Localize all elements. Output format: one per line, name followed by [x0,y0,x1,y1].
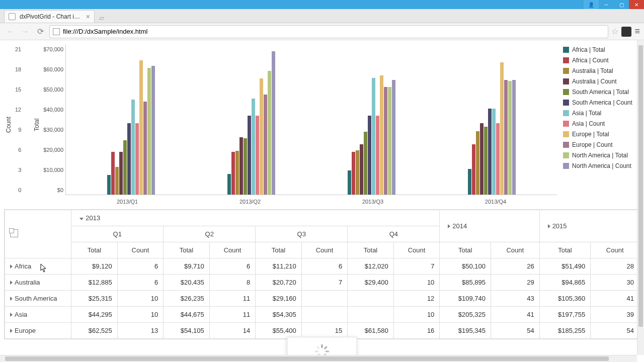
data-cell[interactable]: 39 [591,307,639,323]
data-cell[interactable]: 6 [117,275,164,291]
bar[interactable] [380,75,383,195]
bar[interactable] [504,80,508,195]
measure-header[interactable]: Total [71,242,118,258]
region-header[interactable]: South America [5,291,71,307]
legend-item[interactable]: South America | Count [563,99,638,106]
close-button[interactable]: ✕ [629,0,644,9]
bar[interactable] [376,116,379,195]
quarter-header[interactable]: Q1 [71,226,164,242]
bar[interactable] [143,102,147,195]
bar[interactable] [231,152,235,195]
bar[interactable] [248,116,251,195]
bar[interactable] [492,109,496,195]
data-cell[interactable]: $50,100 [440,258,491,275]
legend-item[interactable]: South America | Total [563,88,638,96]
bar[interactable] [123,140,127,195]
measure-header[interactable]: Count [209,242,256,258]
bar[interactable] [476,131,479,195]
bar[interactable] [107,175,111,195]
field-selector-cell[interactable] [5,210,71,258]
bar[interactable] [139,60,143,195]
measure-header[interactable]: Total [256,242,302,258]
bar[interactable] [508,81,512,195]
data-cell[interactable]: $12,020 [348,258,394,275]
quarter-header[interactable]: Q2 [164,226,256,242]
collapse-icon[interactable] [79,218,84,220]
quarter-header[interactable]: Q4 [348,226,440,242]
legend-item[interactable]: North America | Total [563,152,638,159]
data-cell[interactable]: $195,345 [440,323,491,339]
data-cell[interactable]: 10 [393,275,440,291]
measure-header[interactable]: Total [539,242,591,258]
data-cell[interactable]: 11 [209,307,256,323]
data-cell[interactable]: 41 [491,307,540,323]
address-bar[interactable] [49,25,608,38]
data-cell[interactable] [348,307,394,323]
bar[interactable] [372,78,375,195]
expand-icon[interactable] [448,224,450,228]
bar[interactable] [244,138,247,195]
data-cell[interactable]: $20,435 [164,275,210,291]
data-cell[interactable]: 54 [491,323,540,339]
bar[interactable] [384,87,387,195]
data-cell[interactable]: 28 [591,258,639,275]
data-cell[interactable]: $44,675 [164,307,210,323]
data-cell[interactable]: $9,710 [164,258,210,275]
data-cell[interactable]: $44,295 [71,307,118,323]
data-cell[interactable]: $61,580 [348,323,394,339]
expand-icon[interactable] [10,264,13,268]
bar[interactable] [119,152,123,195]
data-cell[interactable]: $197,755 [539,307,591,323]
data-cell[interactable]: 8 [209,275,256,291]
browser-tab[interactable]: dxPivotGrid - Chart inte × [4,10,95,23]
bar[interactable] [468,169,471,195]
data-cell[interactable]: $205,325 [440,307,491,323]
maximize-button[interactable]: ▢ [614,0,629,9]
bar[interactable] [260,78,263,195]
expand-icon[interactable] [10,281,13,285]
bar[interactable] [111,152,115,195]
bar[interactable] [115,167,119,195]
data-cell[interactable]: $12,885 [71,275,118,291]
data-cell[interactable]: $9,120 [71,258,118,275]
data-cell[interactable]: $11,210 [256,258,302,275]
bar[interactable] [488,109,492,195]
bar[interactable] [127,123,131,195]
data-cell[interactable]: 10 [117,291,164,307]
data-cell[interactable]: 7 [393,258,440,275]
bar[interactable] [368,116,371,195]
legend-item[interactable]: Australia | Total [563,67,638,74]
data-cell[interactable]: 41 [591,291,639,307]
expand-icon[interactable] [10,313,13,317]
data-cell[interactable]: 26 [491,258,540,275]
data-cell[interactable]: $25,315 [71,291,118,307]
region-header[interactable]: Asia [5,307,71,323]
data-cell[interactable]: $29,160 [256,291,302,307]
bar[interactable] [360,144,363,195]
bar[interactable] [235,151,239,195]
data-cell[interactable]: $94,865 [539,275,591,291]
bar[interactable] [264,95,267,195]
data-cell[interactable]: $20,720 [256,275,302,291]
region-header[interactable]: Africa [5,258,71,275]
bar[interactable] [147,68,151,195]
bar[interactable] [135,123,139,195]
bar[interactable] [392,80,395,195]
bar[interactable] [512,80,516,195]
legend-item[interactable]: Europe | Count [563,141,638,148]
bar[interactable] [500,62,504,195]
data-cell[interactable]: $62,525 [71,323,118,339]
bookmark-icon[interactable]: ☆ [611,27,618,36]
measure-header[interactable]: Count [591,242,639,258]
legend-item[interactable]: Asia | Count [563,120,638,127]
measure-header[interactable]: Total [164,242,210,258]
bar[interactable] [252,99,255,195]
bar[interactable] [131,100,135,195]
url-input[interactable] [63,28,605,35]
data-cell[interactable]: $26,235 [164,291,210,307]
data-cell[interactable]: 29 [491,275,540,291]
measure-header[interactable]: Count [117,242,164,258]
data-cell[interactable] [348,291,394,307]
region-header[interactable]: Europe [5,323,71,339]
bar[interactable] [480,123,484,195]
